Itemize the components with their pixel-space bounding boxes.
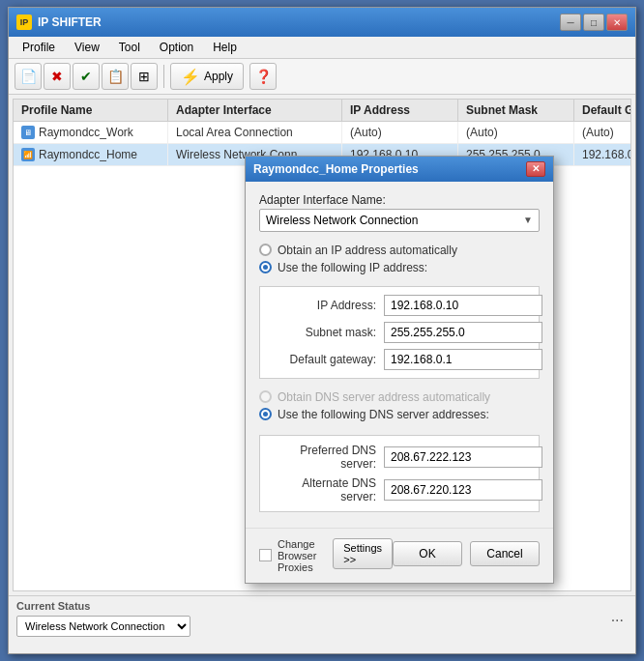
status-select[interactable]: Wireless Network Connection xyxy=(16,616,190,637)
dialog-title-text: Raymondcc_Home Properties xyxy=(253,162,419,176)
ip-radio-group: Obtain an IP address automatically Use t… xyxy=(259,244,540,274)
new-button[interactable]: 📄 xyxy=(15,63,42,90)
dns-radio-group: Obtain DNS server address automatically … xyxy=(259,390,540,421)
adapter-section: Adapter Interface Name: Wireless Network… xyxy=(259,193,540,232)
preferred-dns-input[interactable] xyxy=(384,446,542,468)
cancel-button[interactable]: Cancel xyxy=(470,541,540,566)
ip-address-input[interactable] xyxy=(384,295,542,316)
ip-section: IP Address: Subnet mask: Default gateway… xyxy=(259,286,540,379)
col-ip: IP Address xyxy=(342,100,458,121)
dialog-body: Adapter Interface Name: Wireless Network… xyxy=(246,182,553,524)
adapter-label: Adapter Interface Name: xyxy=(259,193,540,207)
apply-label: Apply xyxy=(204,70,233,83)
window-controls: ─ □ ✕ xyxy=(560,14,628,31)
preferred-dns-label: Preferred DNS server: xyxy=(270,444,376,471)
menu-bar: Profile View Tool Option Help xyxy=(9,37,635,59)
settings-button[interactable]: Settings >> xyxy=(333,538,393,569)
row0-ip: (Auto) xyxy=(342,122,458,143)
app-icon: IP xyxy=(16,14,32,30)
dialog-title-bar: Raymondcc_Home Properties ✕ xyxy=(246,157,553,182)
row1-gateway: 192.168.0.1 xyxy=(574,144,631,165)
change-proxy-checkbox[interactable] xyxy=(259,549,272,561)
col-subnet: Subnet Mask xyxy=(458,100,574,121)
status-bar: Current Status Wireless Network Connecti… xyxy=(9,595,635,653)
maximize-button[interactable]: □ xyxy=(583,14,604,31)
help-button[interactable]: ❓ xyxy=(249,63,277,90)
row1-profile: 📶 Raymondcc_Home xyxy=(14,144,168,165)
row0-profile: 🖥 Raymondcc_Work xyxy=(14,122,168,143)
row0-adapter: Local Area Connection xyxy=(168,122,342,143)
radio-auto-ip-row[interactable]: Obtain an IP address automatically xyxy=(259,244,540,257)
dns-section: Preferred DNS server: Alternate DNS serv… xyxy=(259,435,540,512)
gateway-label: Default gateway: xyxy=(270,353,376,366)
gateway-input[interactable] xyxy=(384,349,542,370)
menu-profile[interactable]: Profile xyxy=(15,39,63,56)
menu-view[interactable]: View xyxy=(67,39,107,56)
col-adapter: Adapter Interface xyxy=(168,100,342,121)
ok-button[interactable]: OK xyxy=(393,541,462,566)
footer-left: Change Browser Proxies Settings >> xyxy=(259,534,393,573)
radio-manual-dns[interactable] xyxy=(259,408,272,420)
dialog-close-button[interactable]: ✕ xyxy=(526,161,545,177)
alternate-dns-row: Alternate DNS server: xyxy=(270,476,529,503)
status-dropdown: Wireless Network Connection xyxy=(16,616,190,637)
radio-manual-ip-label: Use the following IP address: xyxy=(278,261,427,274)
apply-button[interactable]: ⚡ Apply xyxy=(170,63,244,90)
status-label: Current Status xyxy=(16,600,190,612)
subnet-label: Subnet mask: xyxy=(270,326,376,339)
profile-icon: 📶 xyxy=(21,148,35,161)
dialog-footer: Change Browser Proxies Settings >> OK Ca… xyxy=(246,528,553,583)
radio-auto-dns[interactable] xyxy=(259,390,272,403)
col-profile: Profile Name xyxy=(14,100,168,121)
change-proxy-label: Change Browser Proxies xyxy=(278,538,327,573)
window-title: IP SHIFTER xyxy=(38,15,102,29)
status-dots[interactable]: ... xyxy=(607,600,628,633)
dropdown-arrow-icon: ▼ xyxy=(523,215,533,225)
row0-gateway: (Auto) xyxy=(574,122,631,143)
properties-dialog: Raymondcc_Home Properties ✕ Adapter Inte… xyxy=(245,156,554,584)
close-button[interactable]: ✕ xyxy=(606,14,628,31)
toolbar: 📄 ✖ ✔ 📋 ⊞ ⚡ Apply ❓ xyxy=(9,59,635,95)
toolbar-separator xyxy=(163,65,164,88)
check-button[interactable]: ✔ xyxy=(73,63,100,90)
checkbox-row: Change Browser Proxies xyxy=(259,538,327,573)
adapter-value: Wireless Network Connection xyxy=(266,214,418,227)
alternate-dns-input[interactable] xyxy=(384,479,542,501)
subnet-input[interactable] xyxy=(384,322,542,343)
ip-address-row: IP Address: xyxy=(270,295,529,316)
radio-manual-dns-row[interactable]: Use the following DNS server addresses: xyxy=(259,408,540,421)
radio-auto-ip[interactable] xyxy=(259,244,272,256)
apply-icon: ⚡ xyxy=(181,68,200,86)
radio-auto-dns-row[interactable]: Obtain DNS server address automatically xyxy=(259,390,540,404)
radio-manual-dns-label: Use the following DNS server addresses: xyxy=(278,408,489,421)
radio-auto-dns-label: Obtain DNS server address automatically xyxy=(278,390,490,404)
delete-button[interactable]: ✖ xyxy=(44,63,71,90)
adapter-dropdown[interactable]: Wireless Network Connection ▼ xyxy=(259,209,540,232)
menu-option[interactable]: Option xyxy=(152,39,201,56)
status-left: Current Status Wireless Network Connecti… xyxy=(16,600,190,637)
table-header: Profile Name Adapter Interface IP Addres… xyxy=(14,100,630,122)
menu-tool[interactable]: Tool xyxy=(111,39,148,56)
copy-button[interactable]: 📋 xyxy=(102,63,129,90)
preferred-dns-row: Preferred DNS server: xyxy=(270,444,529,471)
gateway-row: Default gateway: xyxy=(270,349,529,370)
grid-button[interactable]: ⊞ xyxy=(131,63,158,90)
title-bar: IP IP SHIFTER ─ □ ✕ xyxy=(9,8,635,37)
subnet-row: Subnet mask: xyxy=(270,322,529,343)
profile-icon: 🖥 xyxy=(21,126,35,139)
radio-manual-ip-row[interactable]: Use the following IP address: xyxy=(259,261,540,274)
radio-auto-ip-label: Obtain an IP address automatically xyxy=(278,244,457,257)
row0-subnet: (Auto) xyxy=(458,122,574,143)
ok-cancel-group: OK Cancel xyxy=(393,541,540,566)
table-row[interactable]: 🖥 Raymondcc_Work Local Area Connection (… xyxy=(14,122,630,144)
alternate-dns-label: Alternate DNS server: xyxy=(270,476,376,503)
col-gateway: Default Gateway xyxy=(574,100,631,121)
menu-help[interactable]: Help xyxy=(205,39,245,56)
minimize-button[interactable]: ─ xyxy=(560,14,581,31)
ip-address-label: IP Address: xyxy=(270,299,376,312)
radio-manual-ip[interactable] xyxy=(259,261,272,273)
